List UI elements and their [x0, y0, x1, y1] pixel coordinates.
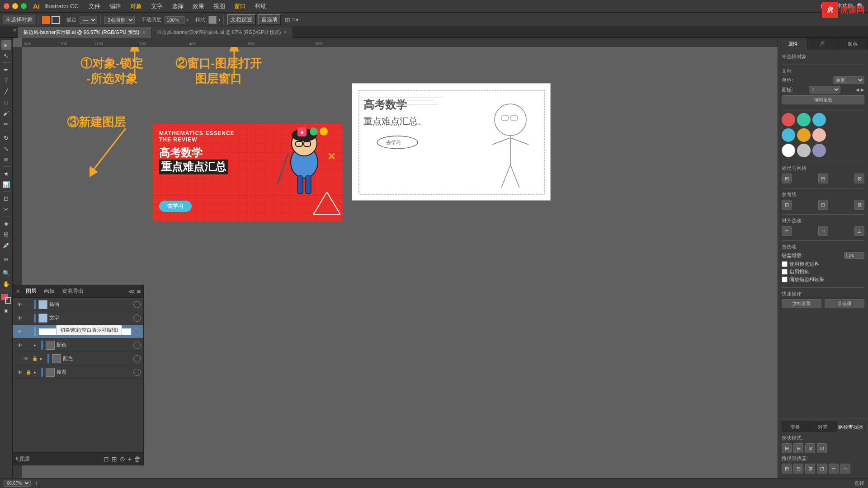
layer-row-text[interactable]: 👁 文字: [13, 311, 143, 325]
layer-lock-text[interactable]: [25, 314, 32, 322]
layers-tab-artboards[interactable]: 画板: [42, 286, 57, 296]
blend-tool[interactable]: ∞: [1, 254, 11, 264]
rp-artboard-select[interactable]: 1: [809, 86, 840, 94]
swatch-red[interactable]: [782, 113, 795, 127]
layers-tab-export[interactable]: 资源导出: [60, 286, 85, 296]
warp-tool[interactable]: ≋: [1, 155, 11, 164]
layer-arrow-original[interactable]: ▸: [34, 370, 39, 375]
layer-eye-original[interactable]: 👁: [16, 369, 23, 376]
menu-effects[interactable]: 效果: [189, 1, 208, 11]
toolbar-arrow[interactable]: ▾: [296, 17, 298, 23]
graph-tool[interactable]: 📊: [1, 179, 11, 189]
align-opt-2[interactable]: ⊣: [818, 226, 828, 236]
align-opt-3[interactable]: ⊥: [854, 226, 864, 236]
layers-tab-layers[interactable]: 图层: [24, 286, 38, 296]
refline-icon-2[interactable]: ⊟: [818, 200, 828, 210]
line-tool[interactable]: ╱: [1, 86, 11, 96]
symbol-tool[interactable]: ★: [1, 169, 11, 178]
menu-view[interactable]: 视图: [210, 1, 229, 11]
toolbar-icon-1[interactable]: ⊞: [285, 16, 290, 23]
rp-bottom-tab-pathfinder[interactable]: 路径查找器: [837, 421, 864, 432]
layer-visibility-original[interactable]: [133, 369, 141, 376]
zoom-select[interactable]: 66.67%: [4, 480, 31, 487]
layer-lock-original[interactable]: 🔒: [25, 369, 32, 376]
layer-eye-text[interactable]: 👁: [16, 314, 23, 322]
zoom-tool[interactable]: 🔍: [1, 268, 11, 278]
refline-icon-1[interactable]: ⊞: [782, 200, 792, 210]
align-icon-2[interactable]: ⊟: [818, 174, 828, 183]
rp-doc-settings-btn[interactable]: 文档设置: [782, 299, 821, 308]
layer-lock-cs-child[interactable]: 🔒: [31, 355, 38, 362]
rp-tab-properties[interactable]: 属性: [778, 38, 808, 50]
layers-copy-btn[interactable]: ⊙: [120, 455, 125, 463]
layer-row-color-scheme[interactable]: 👁 ▸ 配色: [13, 338, 143, 352]
paintbrush-tool[interactable]: 🖌: [1, 108, 11, 118]
menu-select[interactable]: 选择: [168, 1, 187, 11]
swatch-gray[interactable]: [797, 144, 811, 157]
path-finder-4[interactable]: ⊡: [817, 464, 827, 474]
close-button[interactable]: [4, 3, 9, 9]
layer-lock-editing[interactable]: [25, 328, 32, 335]
stroke-color-swatch[interactable]: [52, 16, 60, 24]
shape-mode-4[interactable]: ⊡: [817, 443, 827, 453]
menu-window[interactable]: 窗口: [231, 1, 250, 11]
style-swatch[interactable]: [208, 16, 217, 24]
swatch-cyan[interactable]: [782, 128, 795, 142]
opacity-input[interactable]: [165, 16, 185, 23]
rp-preview-checkbox[interactable]: [782, 261, 788, 267]
pen-tool[interactable]: ✒: [1, 65, 11, 75]
swatch-orange[interactable]: [797, 128, 811, 142]
menu-file[interactable]: 文件: [85, 1, 104, 11]
shape-mode-2[interactable]: ⊟: [793, 443, 803, 453]
align-icon-1[interactable]: ⊞: [782, 174, 792, 183]
layers-new-btn[interactable]: +: [128, 455, 132, 463]
direct-select-tool[interactable]: ↖: [1, 51, 11, 61]
doc-settings-button[interactable]: 文档设置: [227, 14, 256, 25]
layers-collapse-btn[interactable]: ≪: [128, 288, 135, 295]
rotate-tool[interactable]: ↻: [1, 133, 11, 143]
align-opt-1[interactable]: ⊢: [782, 226, 792, 236]
menu-edit[interactable]: 编辑: [106, 1, 125, 11]
layers-arrange-btn[interactable]: ⊞: [112, 455, 117, 463]
layers-menu-btn[interactable]: ≡: [137, 288, 141, 295]
layer-visibility-editing[interactable]: [133, 328, 141, 335]
shape-select[interactable]: 3点圆形: [104, 16, 135, 24]
swatch-purple[interactable]: [812, 144, 826, 157]
menu-help[interactable]: 帮助: [251, 1, 270, 11]
shape-mode-1[interactable]: ⊞: [782, 443, 792, 453]
pencil-tool[interactable]: ✏: [1, 119, 11, 129]
gradient-tool[interactable]: ◈: [1, 218, 11, 228]
shape-tool[interactable]: □: [1, 97, 11, 107]
layers-delete-btn[interactable]: 🗑: [134, 455, 141, 463]
rp-preferences-btn[interactable]: 首选项: [825, 299, 864, 308]
refline-icon-3[interactable]: ⊠: [854, 200, 864, 210]
rp-keyboard-input[interactable]: [844, 252, 864, 259]
path-finder-1[interactable]: ⊞: [782, 464, 792, 474]
rp-tab-color[interactable]: 颜色: [838, 38, 868, 50]
maximize-button[interactable]: [21, 3, 27, 9]
path-finder-3[interactable]: ⊠: [805, 464, 815, 474]
stroke-box[interactable]: [5, 297, 11, 304]
fill-color-swatch[interactable]: [42, 16, 50, 24]
slice-tool[interactable]: ✂: [1, 204, 11, 214]
layer-visibility-cs[interactable]: [133, 342, 141, 349]
path-finder-6[interactable]: ⊣: [840, 464, 850, 474]
swatch-green[interactable]: [797, 113, 811, 127]
minimize-button[interactable]: [12, 3, 18, 9]
layer-row-color-scheme-child[interactable]: 👁 🔒 ▸ 配色: [13, 352, 143, 366]
layer-eye-illustration[interactable]: 👁: [16, 301, 23, 308]
layer-row-original[interactable]: 👁 🔒 ▸ 原图: [13, 366, 143, 379]
mesh-tool[interactable]: ⊞: [1, 229, 11, 239]
toolbar-icon-2[interactable]: ≡: [291, 16, 295, 23]
swatch-peach[interactable]: [812, 128, 826, 142]
banner-button[interactable]: 去学习: [159, 201, 192, 212]
select-tool[interactable]: ▸: [1, 40, 11, 50]
tab-2[interactable]: 插边风-banner演示稿的副本.ai @ 67% (RGB/GPU 预览) ✕: [151, 27, 293, 38]
layer-eye-color-scheme[interactable]: 👁: [16, 342, 23, 349]
tab-1[interactable]: 插边风-banner演示稿.ai @ 66.67% (RGB/GPU 预览) ✕: [18, 27, 151, 38]
layer-row-illustration[interactable]: 👁 插画: [13, 298, 143, 311]
tab-1-close[interactable]: ✕: [142, 30, 146, 35]
layer-eye-cs-child[interactable]: 👁: [22, 355, 29, 362]
type-tool[interactable]: T: [1, 75, 11, 85]
menu-object[interactable]: 对象: [127, 1, 146, 11]
